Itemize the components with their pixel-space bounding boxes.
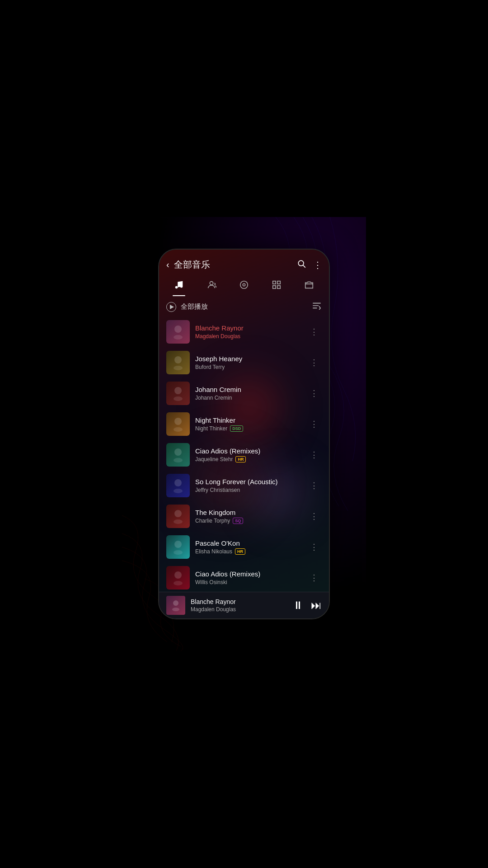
svg-rect-7	[273, 281, 276, 284]
folders-icon	[304, 280, 314, 292]
svg-point-27	[174, 448, 182, 456]
now-playing-info: Blanche Raynor Magdalen Douglas	[191, 598, 293, 613]
svg-point-16	[174, 335, 183, 340]
svg-point-3	[180, 285, 183, 288]
tab-albums[interactable]	[234, 277, 254, 295]
quality-badge: DSD	[230, 425, 243, 432]
svg-point-2	[175, 286, 178, 289]
quality-badge: SQ	[233, 518, 243, 524]
song-more-button[interactable]: ⋮	[306, 356, 322, 369]
svg-point-15	[174, 326, 182, 333]
svg-point-18	[174, 356, 182, 363]
song-meta: Charlie Torphy SQ	[195, 518, 301, 524]
pause-button[interactable]: ⏸	[293, 599, 304, 612]
now-playing-bar[interactable]: Blanche Raynor Magdalen Douglas ⏸ ⏭	[159, 592, 329, 618]
svg-point-42	[173, 600, 178, 606]
song-title: The Kingdom	[195, 509, 301, 516]
song-item[interactable]: Joseph Heaney Buford Terry ⋮	[159, 347, 329, 378]
song-info: So Long Forever (Acoustic) Jeffry Christ…	[195, 478, 301, 493]
song-info: Blanche Raynor Magdalen Douglas	[195, 324, 301, 340]
tab-folders[interactable]	[299, 277, 319, 295]
song-title: Joseph Heaney	[195, 355, 301, 363]
song-more-button[interactable]: ⋮	[306, 417, 322, 431]
tab-artists[interactable]	[201, 277, 222, 295]
song-meta: Buford Terry	[195, 364, 301, 370]
song-info: Joseph Heaney Buford Terry	[195, 355, 301, 370]
next-button[interactable]: ⏭	[311, 599, 322, 612]
song-title: Johann Cremin	[195, 386, 301, 393]
song-info: Ciao Adios (Remixes) Willis Osinski	[195, 570, 301, 585]
song-artist: Elisha Nikolaus	[195, 548, 232, 555]
sort-icon[interactable]	[312, 302, 322, 312]
now-playing-title: Blanche Raynor	[191, 598, 293, 605]
play-all-button[interactable]: 全部播放	[166, 302, 208, 312]
song-item[interactable]: So Long Forever (Acoustic) Jeffry Christ…	[159, 470, 329, 501]
song-artist: Willis Osinski	[195, 579, 227, 585]
svg-rect-10	[277, 286, 280, 288]
svg-point-21	[174, 387, 182, 394]
songs-icon	[174, 280, 184, 292]
song-more-button[interactable]: ⋮	[306, 387, 322, 400]
song-info: Johann Cremin Johann Cremin	[195, 386, 301, 401]
play-circle-icon	[166, 302, 176, 312]
song-item[interactable]: Night Thinker Night Thinker DSD ⋮	[159, 409, 329, 439]
svg-point-5	[240, 281, 248, 289]
song-more-button[interactable]: ⋮	[306, 540, 322, 554]
song-item[interactable]: Pascale O'Kon Elisha Nikolaus HR ⋮	[159, 532, 329, 562]
song-more-button[interactable]: ⋮	[306, 509, 322, 523]
svg-rect-9	[273, 286, 276, 288]
quality-badge: HR	[235, 548, 245, 555]
svg-point-43	[172, 608, 179, 611]
song-title: Blanche Raynor	[195, 324, 301, 332]
more-options-icon[interactable]: ⋮	[313, 259, 322, 270]
song-meta: Willis Osinski	[195, 579, 301, 585]
phone-frame: ‹ 全部音乐 ⋮	[158, 249, 330, 619]
song-item[interactable]: Ciao Adios (Remixes) Willis Osinski ⋮	[159, 562, 329, 592]
tab-songs[interactable]	[169, 277, 189, 295]
song-meta: Magdalen Douglas	[195, 333, 301, 340]
song-artwork	[166, 351, 190, 374]
song-more-button[interactable]: ⋮	[306, 325, 322, 339]
song-info: Ciao Adios (Remixes) Jaqueline Stehr HR	[195, 447, 301, 462]
svg-point-30	[174, 479, 182, 486]
quality-badge: HR	[235, 456, 246, 462]
search-icon[interactable]	[297, 259, 306, 270]
song-meta: Elisha Nikolaus HR	[195, 548, 301, 555]
header: ‹ 全部音乐 ⋮	[159, 250, 329, 275]
song-artist: Charlie Torphy	[195, 518, 230, 524]
svg-point-0	[298, 260, 304, 266]
song-more-button[interactable]: ⋮	[306, 448, 322, 462]
svg-point-39	[174, 571, 182, 579]
song-artwork	[166, 505, 190, 528]
song-item[interactable]: Ciao Adios (Remixes) Jaqueline Stehr HR …	[159, 439, 329, 470]
song-meta: Jeffry Christiansen	[195, 487, 301, 493]
song-more-button[interactable]: ⋮	[306, 571, 322, 585]
song-more-button[interactable]: ⋮	[306, 479, 322, 492]
play-all-label: 全部播放	[181, 302, 208, 311]
svg-rect-8	[277, 281, 280, 284]
song-artwork	[166, 443, 190, 467]
song-meta: Johann Cremin	[195, 395, 301, 401]
artists-icon	[206, 280, 216, 292]
song-title: Pascale O'Kon	[195, 539, 301, 547]
song-title: So Long Forever (Acoustic)	[195, 478, 301, 486]
nav-tabs	[159, 275, 329, 295]
song-list: Blanche Raynor Magdalen Douglas ⋮	[159, 316, 329, 592]
song-artwork	[166, 474, 190, 497]
song-meta: Night Thinker DSD	[195, 425, 301, 432]
svg-point-40	[174, 581, 183, 585]
song-item[interactable]: The Kingdom Charlie Torphy SQ ⋮	[159, 501, 329, 532]
tab-grid[interactable]	[266, 277, 287, 295]
song-item[interactable]: Blanche Raynor Magdalen Douglas ⋮	[159, 316, 329, 347]
now-playing-artwork	[166, 596, 185, 615]
song-artist: Jaqueline Stehr	[195, 456, 233, 462]
song-artwork	[166, 566, 190, 590]
back-button[interactable]: ‹	[166, 259, 169, 270]
song-item[interactable]: Johann Cremin Johann Cremin ⋮	[159, 378, 329, 409]
song-info: The Kingdom Charlie Torphy SQ	[195, 509, 301, 524]
song-artist: Buford Terry	[195, 364, 225, 370]
song-title: Night Thinker	[195, 416, 301, 424]
song-artist: Jeffry Christiansen	[195, 487, 240, 493]
svg-point-22	[174, 396, 183, 401]
svg-point-28	[174, 458, 183, 462]
